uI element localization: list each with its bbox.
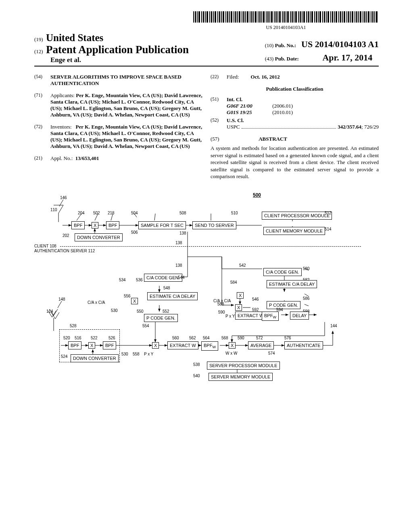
left-column: (54) SERVER ALGORITHMS TO IMPROVE SPACE … (34, 74, 202, 180)
inventors-list: Per K. Enge, Mountain View, CA (US); Dav… (50, 124, 202, 149)
ref-204: 204 (78, 211, 85, 215)
client-server-divider (60, 246, 361, 247)
abstract-text: A system and methods for location authen… (211, 145, 379, 180)
ref-522: 522 (91, 336, 98, 340)
box-x1: X (92, 222, 98, 229)
box-average: AVERAGE (248, 341, 274, 349)
code-51: (51) (211, 96, 227, 116)
ref-138a: 138 (179, 231, 186, 235)
box-bpfw-b: BPFW (201, 341, 218, 351)
ref-588: 588 (217, 302, 224, 306)
svg-line-41 (154, 214, 155, 220)
applno: 13/653,401 (75, 155, 99, 161)
ref-146: 146 (60, 195, 67, 200)
uspc-value-tail: ; 726/29 (361, 124, 379, 130)
code-71: (71) (34, 92, 50, 118)
box-bpf2: BPF (106, 221, 119, 229)
box-sample: SAMPLE FOR T SEC (138, 221, 186, 229)
intcl-date-0: (2006.01) (272, 103, 293, 109)
box-downconv2: DOWN CONVERTER (71, 354, 119, 362)
box-server-proc: SERVER PROCESSOR MODULE (207, 362, 280, 370)
box-bpf1: BPF (71, 221, 85, 229)
code-52: (52) (211, 117, 227, 130)
intcl-code-0: G06F 21/00 (227, 103, 271, 109)
pubno-line: (10) Pub. No.: US 2014/0104103 A1 (265, 37, 379, 51)
ref-538: 538 (193, 362, 200, 367)
box-x-c1: X (131, 298, 138, 304)
box-cacode-c: C/A CODE GEN. (144, 274, 182, 282)
ref-500: 500 (253, 192, 261, 198)
applno-field: (21) Appl. No.: 13/653,401 (34, 155, 202, 162)
abstract-label: ABSTRACT (259, 136, 287, 142)
ref-542: 542 (239, 263, 246, 268)
abstract-block: (57) ABSTRACT A system and methods for l… (211, 136, 379, 180)
code-21: (21) (34, 155, 50, 162)
ref-580: 580 (303, 266, 310, 271)
pubdate: Apr. 17, 2014 (322, 52, 372, 62)
header: (19) United States (12) Patent Applicati… (34, 32, 379, 66)
box-pcode-c: P CODE GEN. (144, 314, 178, 322)
ref-556: 556 (124, 294, 131, 298)
ref-504: 504 (131, 211, 138, 215)
header-line-pubtype: (12) Patent Application Publication (34, 44, 189, 56)
ref-534: 534 (119, 278, 126, 282)
ref-148: 148 (58, 297, 65, 301)
box-estca-r: ESTIMATE C/A DELAY (267, 280, 317, 288)
pubdate-label: Pub. Date: (275, 56, 299, 62)
ref-202: 202 (63, 233, 69, 238)
barcode-area: US 20140104103A1 (34, 11, 379, 31)
pubno: US 2014/0104103 A1 (301, 39, 379, 49)
ref-526: 526 (108, 336, 115, 340)
ref-530a: 530 (111, 308, 118, 313)
intcl-date-1: (2010.01) (272, 109, 293, 115)
filed-body: Filed: Oct. 16, 2012 (227, 74, 379, 80)
ref-114: 114 (46, 309, 53, 314)
ref-508: 508 (179, 211, 186, 215)
code-43: (43) (265, 56, 274, 62)
intcl-field: (51) Int. Cl. G06F 21/00 (2006.01) G01S … (211, 96, 379, 116)
uscl-field: (52) U.S. Cl. USPC 342/357.64; 726/29 (211, 117, 379, 130)
applicants-field: (71) Applicants: Per K. Enge, Mountain V… (34, 92, 202, 118)
inventors-label: Inventors: (50, 124, 72, 130)
ref-552: 552 (163, 309, 169, 314)
ref-540: 540 (193, 374, 200, 378)
server-label: AUTHENTICATION SERVER 112 (34, 249, 95, 253)
filed-label: Filed: (227, 74, 239, 80)
box-pcode-r: P CODE GEN. (267, 301, 300, 309)
svg-line-45 (58, 301, 62, 308)
box-downconv1: DOWN CONVERTER (75, 233, 123, 241)
invention-title: SERVER ALGORITHMS TO IMPROVE SPACE BASED… (50, 74, 202, 87)
pubno-label: Pub. No.: (275, 42, 296, 48)
ref-548: 548 (163, 286, 170, 290)
ref-536: 536 (136, 278, 143, 282)
ref-560: 560 (172, 336, 179, 340)
box-bpf3: BPF (68, 341, 81, 349)
ref-506: 506 (131, 230, 138, 235)
box-client-mem: CLIENT MEMORY MODULE (263, 227, 325, 235)
ref-590a: 590 (218, 310, 225, 314)
ref-576: 576 (284, 336, 291, 340)
box-x-r1: X (237, 292, 244, 299)
header-right: (10) Pub. No.: US 2014/0104103 A1 (43) P… (265, 37, 379, 64)
ref-516: 516 (75, 336, 81, 340)
lbl-wxw: W x W (225, 351, 237, 355)
filed-field: (22) Filed: Oct. 16, 2012 (211, 74, 379, 80)
ref-574: 574 (268, 351, 275, 355)
box-extractw-b: EXTRACT W (167, 341, 198, 349)
header-line-country: (19) United States (34, 32, 189, 44)
code-72: (72) (34, 124, 50, 150)
ref-138c: 138 (175, 263, 182, 268)
uspc-dots (242, 128, 336, 129)
uscl-label: U.S. Cl. (227, 117, 379, 124)
lbl-caxca-c: C/A x C/A (88, 300, 105, 305)
abstract-header: (57) ABSTRACT (211, 136, 379, 142)
ref-524: 524 (61, 354, 68, 359)
header-left: (19) United States (12) Patent Applicati… (34, 32, 189, 64)
applicants-label: Applicants: (50, 92, 75, 98)
ref-592: 592 (252, 308, 259, 312)
ref-550: 550 (137, 309, 144, 314)
ref-110: 110 (50, 208, 57, 212)
applicants-body: Applicants: Per K. Enge, Mountain View, … (50, 92, 202, 118)
box-cacode-r: C/A CODE GEN. (263, 268, 302, 276)
ref-590b: 590 (238, 336, 244, 340)
